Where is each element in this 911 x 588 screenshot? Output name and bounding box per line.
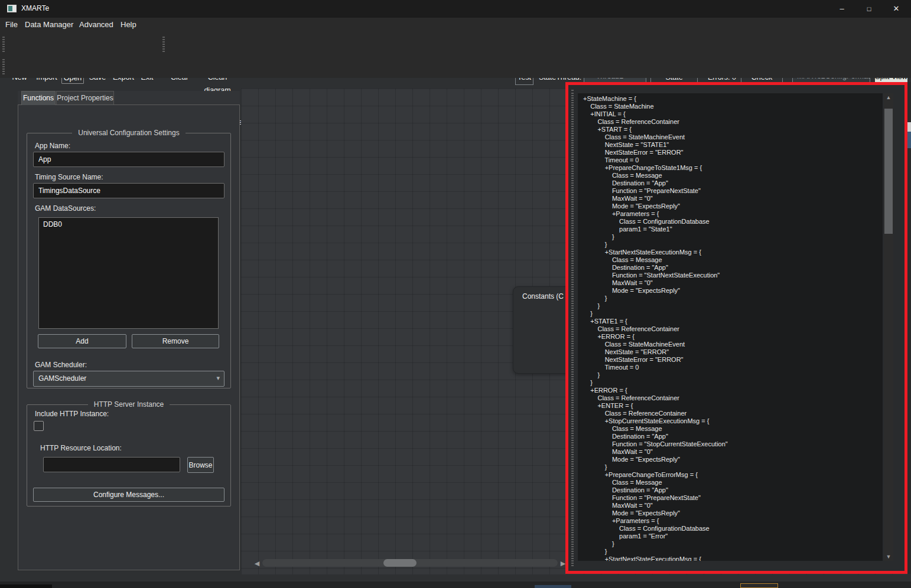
app-name-input[interactable]: [33, 152, 225, 167]
remove-datasource-button[interactable]: Remove: [132, 334, 219, 348]
add-datasource-button[interactable]: Add: [38, 334, 126, 348]
menu-help[interactable]: Help: [121, 20, 136, 29]
include-http-label: Include HTTP Instance:: [35, 410, 109, 418]
tab-project-properties[interactable]: Project Properties: [56, 91, 114, 105]
browse-button[interactable]: Browse: [187, 457, 214, 473]
toolbar-playback: « ‹ » ↺ Cycle: /0 Clear Data Graph Windo…: [0, 55, 911, 78]
menu-data-manager[interactable]: Data Manager: [25, 20, 73, 29]
maximize-button[interactable]: □: [855, 0, 883, 18]
chevron-down-icon: ▾: [216, 374, 220, 382]
config-vertical-scrollbar[interactable]: ▲ ▼: [884, 93, 893, 561]
menu-advanced[interactable]: Advanced: [79, 20, 113, 29]
app-name-label: App Name:: [35, 142, 70, 150]
scrollbar-track[interactable]: [262, 559, 558, 567]
menu-file[interactable]: File: [5, 20, 18, 29]
http-server-group: HTTP Server Instance Include HTTP Instan…: [27, 400, 231, 507]
background-window-sliver-right: [907, 82, 911, 574]
canvas-horizontal-scrollbar[interactable]: ◀ ▶: [253, 558, 567, 569]
title-bar: XMARTe – □ ✕: [0, 0, 911, 18]
timing-source-input[interactable]: [33, 183, 225, 198]
left-panel: Functions Project Properties Universal C…: [18, 91, 240, 570]
config-text-view[interactable]: +StateMachine = { Class = StateMachine +…: [578, 93, 883, 561]
http-server-title: HTTP Server Instance: [88, 400, 170, 409]
include-http-checkbox[interactable]: [34, 421, 44, 431]
configure-messages-button[interactable]: Configure Messages...: [33, 488, 225, 502]
gam-datasources-label: GAM DataSources:: [35, 204, 96, 213]
config-text: +StateMachine = { Class = StateMachine +…: [583, 95, 883, 561]
scrollbar-thumb[interactable]: [383, 559, 417, 567]
toolbar-drag-handle[interactable]: [162, 37, 165, 52]
functions-tab-panel: Universal Configuration Settings App Nam…: [18, 104, 240, 570]
config-text-panel: +StateMachine = { Class = StateMachine +…: [565, 82, 907, 574]
http-resource-input[interactable]: [43, 457, 180, 472]
scroll-down-icon[interactable]: ▼: [884, 553, 893, 561]
gam-datasources-list[interactable]: DDB0: [38, 217, 219, 329]
gam-scheduler-value: GAMScheduler: [38, 374, 86, 383]
universal-config-group: Universal Configuration Settings App Nam…: [27, 129, 231, 388]
gam-scheduler-label: GAM Scheduler:: [35, 361, 87, 369]
toolbar-drag-handle[interactable]: [2, 59, 5, 74]
menu-bar: File Data Manager Advanced Help: [0, 18, 911, 33]
timing-source-label: Timing Source Name:: [35, 173, 103, 181]
close-button[interactable]: ✕: [883, 0, 910, 18]
gam-scheduler-select[interactable]: GAMScheduler ▾: [33, 371, 225, 387]
http-resource-label: HTTP Resource Location:: [40, 444, 122, 452]
toolbar-drag-handle[interactable]: [2, 37, 5, 52]
scroll-left-icon[interactable]: ◀: [253, 559, 261, 567]
background-window-sliver-bottom: [0, 582, 911, 588]
toolbar-main: New Import Open Save Export Exit Clear C…: [0, 33, 911, 55]
app-icon: [7, 5, 17, 12]
scrollbar-thumb[interactable]: [884, 109, 893, 234]
list-item[interactable]: DDB0: [39, 218, 218, 228]
tab-functions[interactable]: Functions: [21, 91, 56, 105]
dock-drag-handle[interactable]: [571, 90, 574, 566]
universal-config-title: Universal Configuration Settings: [72, 129, 185, 137]
window-title: XMARTe: [21, 4, 49, 12]
scroll-up-icon[interactable]: ▲: [884, 93, 893, 102]
minimize-button[interactable]: –: [828, 0, 855, 18]
